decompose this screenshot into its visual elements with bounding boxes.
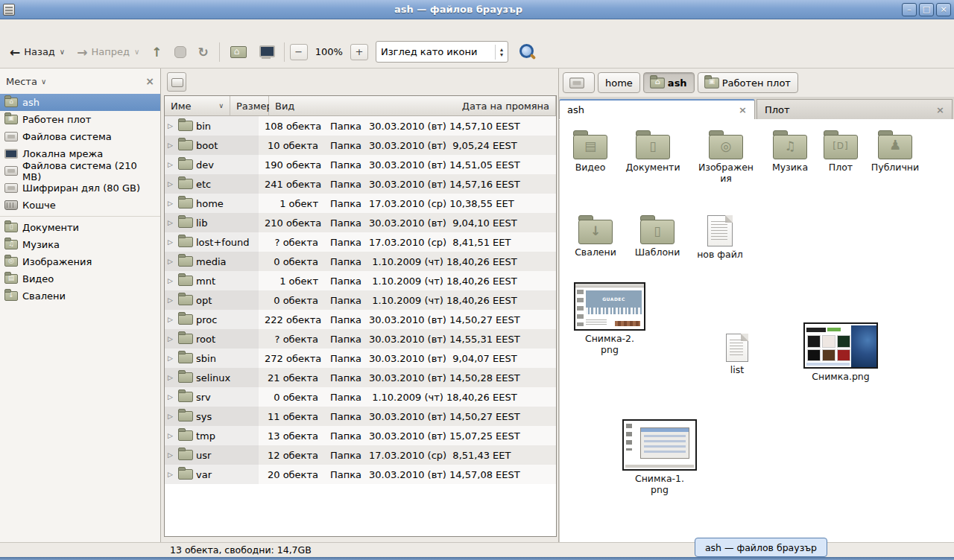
zoom-in-button[interactable]: + — [350, 44, 368, 60]
expander-icon[interactable] — [168, 471, 175, 478]
table-row[interactable]: usr 12 обекта Папка 17.03.2010 (ср) 8,51… — [165, 445, 556, 465]
tab-close-icon[interactable]: × — [936, 104, 944, 115]
path-button[interactable]: home — [598, 72, 640, 93]
expander-icon[interactable] — [168, 122, 175, 130]
expander-icon[interactable] — [168, 316, 175, 323]
column-header[interactable]: Име ∨ — [165, 96, 230, 116]
table-row[interactable]: sys 11 обекта Папка 30.03.2010 (вт) 14,5… — [165, 407, 556, 426]
sidebar-item[interactable]: Видео — [0, 270, 160, 287]
expander-icon[interactable] — [168, 335, 175, 343]
file-icon-item[interactable]: Публични — [865, 130, 925, 173]
tab-close-icon[interactable]: × — [739, 104, 747, 115]
sidebar-item[interactable]: Шифриран дял (80 GB) — [0, 179, 160, 197]
path-button[interactable] — [563, 72, 595, 93]
expander-icon[interactable] — [168, 413, 175, 420]
file-icon-item[interactable]: list — [707, 334, 767, 375]
file-icon-item[interactable]: GUADEC Снимка-2.png — [569, 282, 651, 355]
table-row[interactable]: mnt 1 обект Папка 1.10.2009 (чт) 18,40,2… — [165, 271, 556, 290]
tab[interactable]: ash × — [559, 99, 755, 119]
file-icon-item[interactable]: Изображения — [692, 130, 759, 184]
column-header[interactable]: Дата на промяна ∨ — [456, 96, 556, 116]
expander-icon[interactable] — [168, 374, 175, 381]
table-row[interactable]: media 0 обекта Папка 1.10.2009 (чт) 18,4… — [165, 252, 556, 271]
expander-icon[interactable] — [168, 258, 175, 265]
table-row[interactable]: lib 210 обекта Папка 30.03.2010 (вт) 9,0… — [165, 213, 556, 232]
expander-icon[interactable] — [168, 180, 175, 188]
expander-icon[interactable] — [168, 200, 175, 207]
expander-icon[interactable] — [168, 296, 175, 304]
sidebar-close-icon[interactable]: × — [145, 75, 154, 87]
table-row[interactable]: sbin 272 обекта Папка 30.03.2010 (вт) 9,… — [165, 349, 556, 368]
stop-button[interactable] — [169, 42, 192, 62]
minimize-button[interactable]: – — [902, 3, 917, 16]
table-row[interactable]: bin 108 обекта Папка 30.03.2010 (вт) 14,… — [165, 116, 556, 136]
zoom-out-button[interactable]: − — [290, 44, 308, 60]
expander-icon[interactable] — [168, 161, 175, 168]
expander-icon[interactable] — [168, 451, 175, 459]
tab[interactable]: Плот × — [756, 99, 953, 119]
file-icon-item[interactable]: нов файл — [690, 215, 750, 260]
file-icon-item[interactable]: Снимка-1.png — [619, 419, 701, 495]
file-icon-item[interactable]: Плот — [811, 130, 871, 173]
reload-button[interactable]: ↻ — [193, 43, 214, 61]
table-row[interactable]: proc 222 обекта Папка 30.03.2010 (вт) 14… — [165, 310, 556, 329]
search-button[interactable] — [517, 42, 537, 62]
close-button[interactable]: × — [936, 3, 951, 16]
menu-item[interactable] — [73, 26, 86, 29]
back-dropdown-icon[interactable]: ∨ — [60, 48, 65, 56]
table-row[interactable]: srv 0 обекта Папка 1.10.2009 (чт) 18,40,… — [165, 387, 556, 407]
menu-item[interactable] — [19, 26, 33, 29]
sidebar-item[interactable]: Изображения — [0, 253, 160, 270]
view-mode-select[interactable]: Изглед като икони ▴▾ — [376, 41, 508, 63]
expander-icon[interactable] — [168, 277, 175, 284]
expander-icon[interactable] — [168, 141, 175, 149]
sidebar-item[interactable]: Документи — [0, 219, 160, 236]
titlebar[interactable]: ash — файлов браузър – □ × — [0, 0, 954, 19]
sidebar-item[interactable]: Файлова система (210 MB) — [0, 162, 160, 179]
table-row[interactable]: selinux 21 обекта Папка 30.03.2010 (вт) … — [165, 368, 556, 387]
expander-icon[interactable] — [168, 354, 175, 362]
sidebar-item[interactable]: ash — [0, 94, 160, 111]
up-button[interactable]: ↑ — [146, 43, 167, 61]
expander-icon[interactable] — [168, 238, 175, 246]
sidebar-item[interactable]: Музика — [0, 236, 160, 253]
back-button[interactable]: ← Назад ∨ — [4, 42, 70, 61]
sidebar-item[interactable]: Кошче — [0, 197, 160, 214]
icon-view[interactable]: Видео Документи Изображения Музика Плот — [559, 120, 954, 542]
table-row[interactable]: etc 241 обекта Папка 30.03.2010 (вт) 14,… — [165, 174, 556, 194]
expander-icon[interactable] — [168, 393, 175, 401]
file-icon-item[interactable]: Шаблони — [628, 215, 687, 258]
sidebar-item[interactable]: Работен плот — [0, 111, 160, 128]
menu-item[interactable] — [33, 26, 46, 29]
path-button[interactable]: ash — [643, 72, 695, 93]
column-header[interactable]: Вид ∨ — [269, 96, 456, 116]
computer-button[interactable] — [253, 42, 279, 62]
table-row[interactable]: home 1 обект Папка 17.03.2010 (ср) 10,38… — [165, 194, 556, 213]
table-row[interactable]: dev 190 обекта Папка 30.03.2010 (вт) 14,… — [165, 155, 556, 174]
sidebar-item[interactable]: Свалени — [0, 287, 160, 305]
root-location-button[interactable] — [167, 72, 186, 92]
expander-icon[interactable] — [168, 219, 175, 226]
table-row[interactable]: opt 0 обекта Папка 1.10.2009 (чт) 18,40,… — [165, 290, 556, 310]
file-icon-item[interactable]: Видео — [560, 130, 620, 173]
table-row[interactable]: root ? обекта Папка 30.03.2010 (вт) 14,5… — [165, 329, 556, 349]
sidebar-item[interactable]: Файлова система — [0, 128, 160, 145]
column-header[interactable]: Размер ∨ — [230, 96, 269, 116]
menu-item[interactable] — [60, 26, 73, 29]
file-icon-item[interactable]: Снимка.png — [798, 322, 883, 382]
forward-button[interactable]: → Напред ∨ — [72, 42, 145, 61]
table-row[interactable]: tmp 13 обекта Папка 30.03.2010 (вт) 15,0… — [165, 426, 556, 445]
menu-item[interactable] — [6, 26, 19, 29]
menu-item[interactable] — [46, 26, 60, 29]
table-row[interactable]: boot 10 обекта Папка 30.03.2010 (вт) 9,0… — [165, 136, 556, 155]
table-row[interactable]: lost+found ? обекта Папка 17.03.2010 (ср… — [165, 232, 556, 252]
file-icon-item[interactable]: Свалени — [566, 215, 625, 258]
maximize-button[interactable]: □ — [919, 3, 934, 16]
expander-icon[interactable] — [168, 432, 175, 439]
file-icon-item[interactable]: Документи — [623, 130, 683, 173]
home-button[interactable] — [225, 42, 252, 62]
taskbar-window-button[interactable]: ash — файлов браузър — [695, 538, 827, 557]
sidebar-mode-select[interactable]: Места ∨ — [6, 76, 145, 87]
path-button[interactable]: Работен плот — [698, 72, 798, 93]
table-row[interactable]: var 20 обекта Папка 30.03.2010 (вт) 14,5… — [165, 465, 556, 484]
